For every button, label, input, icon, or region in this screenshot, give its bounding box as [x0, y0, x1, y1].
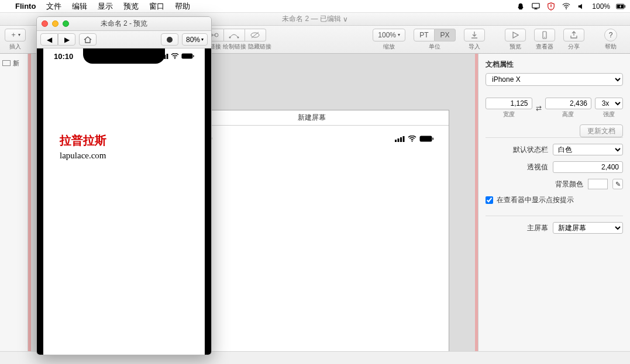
bgcolor-label: 背景颜色 [555, 179, 583, 189]
height-input[interactable] [545, 98, 592, 109]
unit-px-button[interactable]: PX [435, 29, 456, 41]
statusbar-select[interactable]: 白色 [553, 144, 623, 155]
screen-title[interactable]: 新建屏幕 [175, 113, 449, 123]
device-select[interactable]: iPhone X [486, 73, 623, 86]
home-button[interactable] [79, 33, 97, 46]
forward-button[interactable]: ▶ [58, 33, 75, 46]
qq-icon[interactable] [516, 2, 525, 11]
bgcolor-picker-button[interactable]: ✎ [612, 179, 623, 189]
menu-file[interactable]: 文件 [46, 1, 61, 12]
wifi-icon[interactable] [562, 2, 571, 11]
svg-rect-24 [167, 54, 168, 59]
preview-titlebar[interactable]: 未命名 2 - 预览 [37, 17, 211, 31]
update-document-button[interactable]: 更新文档 [580, 124, 623, 137]
svg-point-9 [237, 36, 239, 38]
svg-rect-19 [420, 136, 432, 141]
svg-point-25 [174, 58, 175, 59]
svg-rect-14 [395, 140, 397, 142]
mainscreen-label: 主屏幕 [527, 223, 548, 233]
width-label: 宽度 [503, 110, 515, 119]
menu-display[interactable]: 显示 [98, 1, 113, 12]
svg-rect-26 [181, 53, 192, 58]
left-rail: 新 [0, 54, 28, 364]
draw-link-button[interactable] [224, 29, 245, 41]
preview-body: 10:10 拉普拉斯 lapulace.com [37, 48, 211, 355]
watermark-cn: 拉普拉斯 [60, 133, 205, 148]
screen-artboard[interactable]: 新建屏幕 10:10 [174, 110, 449, 364]
menu-edit[interactable]: 编辑 [72, 1, 87, 12]
insert-button[interactable]: ＋ ▾ [5, 29, 26, 41]
share-button[interactable] [563, 29, 584, 41]
preview-watermark: 拉普拉斯 lapulace.com [43, 133, 205, 161]
width-input[interactable] [486, 98, 532, 109]
hint-label: 在查看器中显示点按提示 [497, 195, 574, 205]
svg-rect-20 [433, 137, 434, 140]
canvas-guide-left [28, 54, 31, 364]
signal-icon [159, 52, 168, 61]
svg-rect-17 [403, 136, 405, 142]
help-button[interactable]: ? [604, 29, 617, 41]
menu-preview[interactable]: 预览 [123, 1, 139, 12]
shield-icon[interactable] [546, 2, 556, 11]
zoom-icon[interactable] [63, 20, 69, 27]
import-button[interactable] [464, 29, 485, 41]
wifi-icon [171, 52, 179, 61]
close-icon[interactable] [42, 20, 48, 27]
svg-rect-15 [398, 138, 400, 142]
intensity-select[interactable]: 3x [595, 98, 623, 109]
import-label: 导入 [469, 43, 480, 51]
swap-icon[interactable]: ⇄ [536, 104, 542, 112]
minimize-icon[interactable] [52, 20, 58, 27]
viewer-button[interactable] [534, 29, 555, 41]
svg-rect-27 [193, 55, 194, 57]
statusbar-label: 默认状态栏 [513, 145, 548, 155]
volume-icon[interactable] [577, 2, 586, 11]
svg-rect-16 [400, 137, 402, 142]
app-name[interactable]: Flinto [15, 2, 36, 11]
mainscreen-select[interactable]: 新建屏幕 [553, 222, 623, 234]
zoom-label: 缩放 [383, 43, 395, 51]
hide-link-button[interactable] [245, 29, 266, 41]
mac-menubar: Flinto 文件 编辑 显示 预览 窗口 帮助 100% [0, 0, 630, 13]
svg-rect-23 [164, 55, 166, 59]
battery-icon [181, 52, 194, 61]
unit-pt-button[interactable]: PT [414, 29, 435, 41]
preview-button[interactable] [505, 29, 526, 41]
signal-icon [395, 136, 405, 142]
rail-item-new-screen[interactable]: 新 [2, 57, 25, 69]
zoom-select[interactable]: 100% ▾ [373, 29, 405, 41]
watermark-en: lapulace.com [60, 151, 205, 161]
share-label: 分享 [568, 43, 580, 51]
iphone-notch [83, 48, 165, 64]
hint-checkbox[interactable] [486, 196, 493, 204]
bgcolor-swatch[interactable] [588, 179, 608, 189]
preview-label: 预览 [509, 43, 521, 51]
svg-rect-4 [625, 5, 625, 8]
help-label: 帮助 [605, 43, 617, 51]
svg-rect-0 [532, 3, 539, 8]
preview-zoom-select[interactable]: 80% ▾ [182, 33, 208, 46]
battery-icon [419, 136, 433, 142]
svg-point-18 [412, 140, 413, 141]
preview-phone[interactable]: 10:10 拉普拉斯 lapulace.com [43, 48, 205, 355]
viewer-label: 查看器 [536, 43, 553, 51]
menu-window[interactable]: 窗口 [149, 1, 164, 12]
back-button[interactable]: ◀ [40, 33, 58, 46]
svg-point-13 [544, 37, 545, 38]
inspector-title: 文档属性 [486, 60, 623, 70]
svg-rect-21 [159, 57, 161, 60]
battery-percentage: 100% [592, 2, 610, 11]
perspective-input[interactable] [553, 161, 623, 173]
inspector-panel: 文档属性 iPhone X 宽度 ⇄ 高度 3x 强度 更新文档 [478, 54, 630, 364]
height-label: 高度 [562, 110, 574, 119]
canvas-guide-right [475, 54, 478, 364]
svg-point-8 [229, 36, 231, 38]
main-title: 未命名 2 — 已编辑 [282, 14, 341, 24]
menu-help[interactable]: 帮助 [175, 1, 190, 12]
display-icon[interactable] [531, 2, 541, 11]
record-button[interactable] [161, 33, 178, 46]
preview-window: 未命名 2 - 预览 ◀ ▶ 80% ▾ 10:10 拉普拉斯 lapulace… [36, 16, 212, 355]
svg-rect-22 [161, 56, 163, 59]
battery-icon[interactable] [616, 2, 625, 11]
wifi-icon [408, 136, 416, 142]
